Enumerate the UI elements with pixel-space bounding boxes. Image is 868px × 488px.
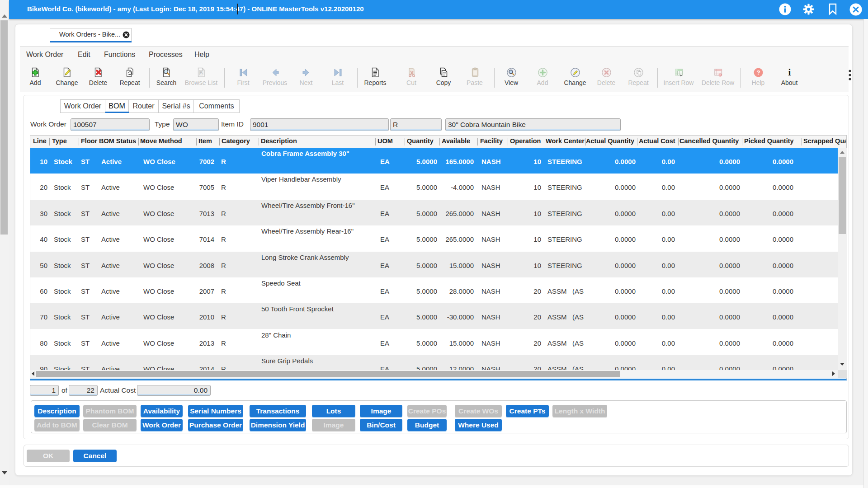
svg-text:i: i <box>788 67 791 78</box>
svg-text:?: ? <box>756 69 760 76</box>
svg-text:B: B <box>199 70 203 75</box>
